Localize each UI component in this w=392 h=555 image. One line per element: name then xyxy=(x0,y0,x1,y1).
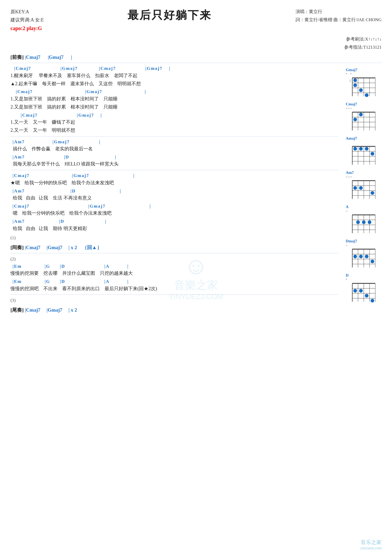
section2: |Em |G |D |A | 慢慢的挖洞要 挖去哪 并没什么藏宝图 只挖的越来越… xyxy=(10,263,338,293)
header: 原KEY:A 建议男调:A 女:E capo:2 play:G 最后只好躺下来 … xyxy=(10,8,382,33)
chorus-lyric-4: 给我 自由 让我 期待 明天更精彩 xyxy=(10,225,338,232)
logo-bottom: 音乐之家 yinyuezj.com xyxy=(360,539,382,550)
capo: capo:2 play:G xyxy=(10,24,44,33)
chorus-section: |Cmaj7 |Gmaj7 | ★嗯 给我一分钟的快乐吧 给我个办法来发洩吧 |… xyxy=(10,172,338,232)
svg-point-60 xyxy=(362,220,366,224)
intro-bracket: [前奏] xyxy=(10,54,24,60)
diagram-am7: Am7 ○○○ xyxy=(344,170,382,200)
diagram-amaj7-name: Amaj7 xyxy=(346,136,357,141)
chorus-lyric-3: 嗯 给我一分钟的快乐吧 给我个办法来发洩吧 xyxy=(10,209,338,217)
diagram-a: A ○ xyxy=(344,205,382,234)
svg-point-23 xyxy=(353,118,357,121)
diagram-amaj7: Amaj7 xyxy=(344,136,382,166)
section2-lyric-2: 慢慢的挖洞吧 不出来 看不到原来的出口 最后只好躺下来(回★2次) xyxy=(10,285,338,293)
chorus-chord-3: |Cmaj7 |Gmaj7 | xyxy=(13,203,338,210)
intro-chords: |Cmaj7 |Gmaj7 | xyxy=(25,54,72,60)
logo-cn: 音乐之家 xyxy=(360,539,382,546)
verse-lyric-5: 1.又一天 又一年 赚钱了不起 xyxy=(10,118,338,126)
paren-1: (1) xyxy=(10,234,338,241)
svg-point-13 xyxy=(365,93,368,97)
diagram-cmaj7-name: Cmaj7 xyxy=(346,102,357,106)
interlude-chords: |Cmaj7 |Gmaj7 | x 2 （回▲） xyxy=(25,245,102,250)
diagram-am7-grid xyxy=(348,179,377,200)
diagram-a-open: ○ xyxy=(346,210,348,213)
svg-point-84 xyxy=(353,289,357,293)
diagram-dmaj7-grid xyxy=(348,247,377,268)
verse-section: |Cmaj7 |Gmaj7 |Cmaj7 |Gmaj7 | 1.醒来刷牙 早餐来… xyxy=(10,65,338,134)
svg-point-73 xyxy=(365,255,368,258)
outro-line: [尾奏] |Cmaj7 |Gmaj7 | x 2 xyxy=(10,307,338,313)
chord-diagrams: Gmaj7 * * 2 xyxy=(341,65,382,315)
diagram-a-grid xyxy=(348,213,377,234)
interlude-line: [间奏] |Cmaj7 |Gmaj7 | x 2 （回▲） xyxy=(10,244,338,251)
verse-lyric-1: 1.醒来刷牙 早餐来不及 塞车算什么 扣薪水 老闆了不起 xyxy=(10,72,338,79)
section2-lyric-1: 慢慢的挖洞要 挖去哪 并没什么藏宝图 只挖的越来越大 xyxy=(10,270,338,277)
svg-point-59 xyxy=(356,220,360,224)
svg-point-48 xyxy=(359,186,363,190)
svg-point-49 xyxy=(371,191,374,195)
interlude-section: [间奏] |Cmaj7 |Gmaj7 | x 2 （回▲） xyxy=(10,244,338,251)
diagram-d-grid xyxy=(348,281,377,303)
verse-lyric-3: 1.又是加班下班 搞的好累 根本没时间了 只能睡 xyxy=(10,95,338,103)
suggested-key: 建议男调:A 女:E xyxy=(10,16,44,24)
chorus-chord-1: |Cmaj7 |Gmaj7 | xyxy=(13,172,338,179)
diagram-cmaj7-grid xyxy=(348,110,377,131)
paren-2: (2) xyxy=(10,255,338,262)
diagram-d-name: D xyxy=(346,273,349,278)
credits: 詞：黄立行/崔惟楷 曲：黄立行/JAE CHONG xyxy=(296,16,382,24)
diagram-cmaj7-open: ○○○ xyxy=(346,107,353,110)
verse-lyric-6: 2.又一天 又一年 明明就不想 xyxy=(10,127,338,134)
svg-point-24 xyxy=(359,113,363,116)
svg-point-87 xyxy=(371,299,374,302)
logo-en: yinyuezj.com xyxy=(360,546,382,550)
diagram-dmaj7-open: ○ xyxy=(346,244,348,247)
diagram-dmaj7-name: Dmaj7 xyxy=(346,239,357,243)
verse-chord-1: |Cmaj7 |Gmaj7 |Cmaj7 |Gmaj7 | xyxy=(13,65,338,72)
svg-point-10 xyxy=(353,78,357,82)
divider-1 xyxy=(10,63,382,63)
svg-point-71 xyxy=(353,255,357,258)
interlude-bracket: [间奏] xyxy=(10,245,24,250)
svg-point-37 xyxy=(371,152,374,156)
pre-chorus-section: |Am7 |Gmaj7 | 搞什么 作弊会赢 老实的我最后一名 |Am7 |D … xyxy=(10,139,338,168)
performer: 演唱：黄立行 xyxy=(296,8,382,16)
diagram-a-name: A xyxy=(346,205,349,209)
paren-3: (3) xyxy=(10,297,338,304)
content-area: |Cmaj7 |Gmaj7 |Cmaj7 |Gmaj7 | 1.醒来刷牙 早餐来… xyxy=(10,65,382,315)
pre-chorus-lyric-1: 搞什么 作弊会赢 老实的我最后一名 xyxy=(10,145,338,153)
svg-point-34 xyxy=(353,147,357,151)
song-title: 最后只好躺下来 xyxy=(44,8,296,22)
svg-point-85 xyxy=(359,289,363,293)
outro-bracket: [尾奏] xyxy=(10,307,24,313)
verse-lyric-2: ▲2.起来干嘛 每天都一样 週末算什么 又这些 明明就不想 xyxy=(10,80,338,88)
outro-section: [尾奏] |Cmaj7 |Gmaj7 | x 2 xyxy=(10,307,338,313)
svg-point-61 xyxy=(368,220,371,224)
svg-point-72 xyxy=(359,255,363,258)
divider-5 xyxy=(10,294,338,295)
chorus-lyric-1: ★嗯 给我一分钟的快乐吧 给我个办法来发洩吧 xyxy=(10,179,338,187)
ref-finger: 参考指法:T1213121 xyxy=(344,45,382,50)
chorus-chord-4: |Am7 |D | xyxy=(13,218,338,225)
outro-chords: |Cmaj7 |Gmaj7 | x 2 xyxy=(25,307,77,313)
diagram-cmaj7: Cmaj7 ○○○ xyxy=(344,102,382,131)
diagram-dmaj7: Dmaj7 ○ xyxy=(344,239,382,268)
svg-point-36 xyxy=(365,147,368,151)
diagram-gmaj7: Gmaj7 * * 2 xyxy=(344,68,382,97)
verse-chord-3: |Cmaj7 |Gmaj7 | xyxy=(13,112,338,119)
chorus-chord-2: |Am7 |D | xyxy=(13,188,338,194)
diagram-amaj7-grid xyxy=(348,144,377,166)
diagram-amaj7-open xyxy=(346,141,347,144)
header-center: 最后只好躺下来 xyxy=(44,8,296,22)
pre-chorus-lyric-2: 我每天那么辛苦干什么 HELLO 谁跟我一样宽大头 xyxy=(10,160,338,168)
section2-chord-2: |Em |G |D |A | xyxy=(13,278,338,285)
diagram-am7-open: ○○○ xyxy=(346,175,353,179)
header-right: 演唱：黄立行 詞：黄立行/崔惟楷 曲：黄立行/JAE CHONG xyxy=(296,8,382,24)
diagram-d-open: * xyxy=(346,278,348,281)
chorus-lyric-2: 给我 自由 让我 生活 不再没有意义 xyxy=(10,194,338,202)
reference-section: 参考刷法:X↑↓↑↓↑↓ 参考指法:T1213121 xyxy=(10,35,382,51)
divider-2 xyxy=(10,136,338,136)
svg-point-11 xyxy=(353,83,357,87)
ref-strum: 参考刷法:X↑↓↑↓↑↓ xyxy=(346,37,382,42)
original-key: 原KEY:A xyxy=(10,8,44,16)
intro-line: [前奏] |Cmaj7 |Gmaj7 | xyxy=(10,54,382,61)
